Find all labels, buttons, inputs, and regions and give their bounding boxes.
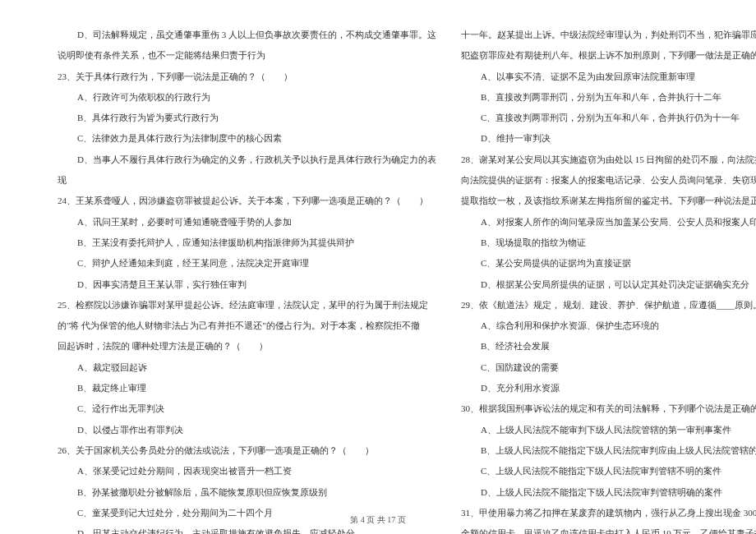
text-line: B、王某没有委托辩护人，应通知法律援助机构指派律师为其提供辩护 (58, 232, 436, 253)
text-line: 提取指纹一枚，及该指纹系谢某左拇指所留的鉴定书。下列哪一种说法是正确的？（ ） (461, 191, 756, 211)
text-line: B、孙某被撤职处分被解除后，虽不能恢复原职但应恢复原级别 (58, 482, 436, 503)
text-line: A、张某受记过处分期间，因表现突出被晋升一档工资 (58, 461, 436, 481)
text-line: 说明即使有条件关系，也不一定能将结果归责于行为 (58, 45, 436, 66)
text-line: C、迳行作出无罪判决 (58, 398, 436, 419)
text-line: A、对报案人所作的询问笔录应当加盖某公安局、公安人员和报案人印章 (461, 212, 756, 232)
text-line: 29、依《航道法》规定， 规划、建设、养护、保护航道，应遵循____原则。（ ） (461, 295, 756, 315)
text-line: 24、王某系聋哑人，因涉嫌盗窃罪被提起公诉。关于本案，下列哪一选项是正确的？（ … (58, 191, 436, 211)
page-footer: 第 4 页 共 17 页 (0, 514, 756, 526)
text-line: A、行政许可为依职权的行政行为 (58, 87, 436, 108)
exam-page: D、司法解释规定，虽交通肇事重伤 3 人以上但负事故次要责任的，不构成交通肇事罪… (0, 0, 756, 534)
text-line: C、国防建设的需要 (461, 357, 756, 378)
text-line: 25、检察院以涉嫌诈骗罪对某甲提起公诉。经法庭审理，法院认定，某甲的行为属于刑法… (58, 295, 436, 315)
text-line: A、讯问王某时，必要时可通知通晓聋哑手势的人参加 (58, 212, 436, 232)
text-line: C、法律效力是具体行政行为法律制度中的核心因素 (58, 128, 436, 149)
text-line: D、司法解释规定，虽交通肇事重伤 3 人以上但负事故次要责任的，不构成交通肇事罪… (58, 25, 436, 45)
text-line: D、上级人民法院不能指定下级人民法院审判管辖明确的案件 (461, 482, 756, 503)
text-line: 向法院提供的证据有：报案人的报案电话记录、公安人员询问笔录、失窃现场勘验笔录、现… (461, 170, 756, 191)
text-line: B、裁定终止审理 (58, 378, 436, 398)
text-line: D、维持一审判决 (461, 128, 756, 149)
text-line: B、经济社会发展 (461, 336, 756, 357)
text-line: C、上级人民法院不能指定下级人民法院审判管辖不明的案件 (461, 461, 756, 481)
text-line: B、现场提取的指纹为物证 (461, 232, 756, 253)
text-line: D、当事人不履行具体行政行为确定的义务，行政机关予以执行是具体行政行为确定力的表 (58, 150, 436, 170)
text-line: 回起诉时，法院的 哪种处理方法是正确的？（ ） (58, 336, 436, 357)
text-line: C、某公安局提供的证据均为直接证据 (461, 253, 756, 274)
text-line: A、综合利用和保护水资源、保护生态环境的 (461, 315, 756, 336)
text-line: 23、关于具体行政行为，下列哪一说法是正确的？（ ） (58, 67, 436, 87)
text-line: C、直接改判两罪刑罚，分别为五年和八年，合并执行仍为十一年 (461, 108, 756, 128)
text-line: B、直接改判两罪刑罚，分别为五年和八年，合并执行十二年 (461, 87, 756, 108)
text-line: B、具体行政行为皆为要式行政行为 (58, 108, 436, 128)
right-column: 十一年。赵某提出上诉。中级法院经审理认为，判处刑罚不当，犯诈骗罪应处有期徒刑五年… (461, 25, 756, 513)
text-line: D、因事实清楚且王某认罪，实行独任审判 (58, 274, 436, 295)
text-line: 犯盗窃罪应处有期徒刑八年。根据上诉不加刑原则，下列哪一做法是正确的？（ ） (461, 45, 756, 66)
text-line: 现 (58, 170, 436, 191)
text-line: A、上级人民法院不能审判下级人民法院管辖的第一审刑事案件 (461, 420, 756, 440)
text-line: A、以事实不清、证据不足为由发回原审法院重新审理 (461, 67, 756, 87)
text-line: A、裁定驳回起诉 (58, 357, 436, 378)
text-line: B、上级人民法院不能指定下级人民法院审判应由上级人民法院管辖的第一审刑事案件 (461, 440, 756, 461)
text-line: 十一年。赵某提出上诉。中级法院经审理认为，判处刑罚不当，犯诈骗罪应处有期徒刑五年… (461, 25, 756, 45)
text-line: D、充分利用水资源 (461, 378, 756, 398)
text-line: 28、谢某对某公安局以其实施盗窃为由处以 15 日拘留的处罚不服，向法院提起行政… (461, 150, 756, 170)
text-line: 26、关于国家机关公务员处分的做法或说法，下列哪一选项是正确的？（ ） (58, 440, 436, 461)
text-line: D、以侵占罪作出有罪判决 (58, 420, 436, 440)
left-column: D、司法解释规定，虽交通肇事重伤 3 人以上但负事故次要责任的，不构成交通肇事罪… (58, 25, 436, 513)
text-line: D、根据某公安局所提供的证据，可以认定其处罚决定证据确实充分 (461, 274, 756, 295)
text-line: C、辩护人经通知未到庭，经王某同意，法院决定开庭审理 (58, 253, 436, 274)
text-line: 的"将 代为保管的他人财物非法占为己有并拒不退还"的侵占行为。对于本案，检察院拒… (58, 315, 436, 336)
text-line: 30、根据我国刑事诉讼法的规定和有关的司法解释，下列哪个说法是正确的？（ ） (461, 398, 756, 419)
